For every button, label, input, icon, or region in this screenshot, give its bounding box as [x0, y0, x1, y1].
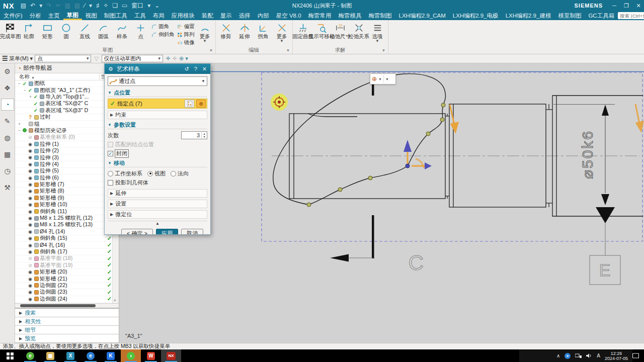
tree-expander-icon[interactable]: +: [28, 95, 33, 99]
specify-point-row[interactable]: ✓ 指定点 (7) ⊕: [108, 99, 207, 109]
eye-icon[interactable]: ◉: [27, 297, 33, 302]
taskbar-app-browser-e[interactable]: e: [80, 349, 101, 362]
tray-expand-icon[interactable]: ∧: [556, 353, 560, 358]
menu-tab-12[interactable]: 内部: [254, 11, 273, 20]
tree-row-30[interactable]: ◉边倒圆 (22)✓: [15, 283, 119, 289]
tree-row-29[interactable]: ◉矩形槽 (21)✓: [15, 276, 119, 282]
tree-row-21[interactable]: ◉M8 x 1.25 螺纹孔 (13)✓: [15, 222, 119, 228]
eye-off-icon[interactable]: ⊘: [27, 256, 33, 261]
tree-expander-icon[interactable]: −: [23, 88, 27, 93]
menu-tab-11[interactable]: 选择: [235, 11, 254, 20]
tree-row-28[interactable]: ◉矩形槽 (20)✓: [15, 269, 119, 276]
cancel-button[interactable]: 取消: [181, 229, 203, 234]
ribbon-button-fillet[interactable]: 圆角: [150, 23, 176, 31]
tree-row-14[interactable]: ◉拉伸 (6)✓: [15, 174, 119, 181]
sidebar-item-toolbox[interactable]: ⚒: [1, 182, 14, 194]
menu-tab-16[interactable]: 梅雷制图: [365, 11, 395, 20]
menu-button[interactable]: ☰ 菜单(M) ▾: [2, 55, 33, 62]
sidebar-item-settings[interactable]: ⚙: [1, 65, 14, 77]
taskbar-app-thunder[interactable]: X: [60, 349, 80, 362]
tree-expander-icon[interactable]: −: [17, 81, 22, 86]
tree-expander-icon[interactable]: −: [17, 128, 22, 133]
eye-icon[interactable]: ◉: [27, 236, 33, 241]
tree-row-22[interactable]: ◉Ø4 孔 (14)✓: [15, 229, 119, 235]
menu-tab-21[interactable]: GC工具箱: [585, 11, 618, 20]
tree-row-19[interactable]: ◉倒斜角 (11)✓: [15, 208, 119, 215]
tree-row-12[interactable]: ◉拉伸 (4)✓: [15, 161, 119, 168]
radio-icon[interactable]: [108, 171, 113, 176]
tree-row-7[interactable]: −模型历史记录✓: [15, 128, 119, 134]
radio-icon[interactable]: [171, 171, 176, 176]
tree-row-11[interactable]: ◉拉伸 (3)✓: [15, 154, 119, 161]
section-constraints[interactable]: ▶ 约束: [108, 111, 207, 119]
mic-icon[interactable]: ♯: [94, 2, 101, 9]
floating-snap-toolbar[interactable]: ⊕ ▼ ▼: [370, 73, 396, 84]
radio-icon[interactable]: [147, 171, 153, 176]
dialog-launcher-icon[interactable]: ▼: [209, 48, 213, 53]
tree-row-23[interactable]: ◉倒斜角 (15)✓: [15, 235, 119, 242]
navigator-section-0[interactable]: ▶搜索: [15, 309, 119, 317]
minimize-button[interactable]: ─: [609, 3, 620, 9]
ribbon-button-mirror[interactable]: 镜像: [176, 39, 196, 47]
ribbon-button-corner[interactable]: 拐角: [254, 21, 273, 39]
sidebar-item-browser[interactable]: ▦: [1, 148, 14, 160]
window-caret-icon[interactable]: ▾: [145, 2, 152, 9]
eye-icon[interactable]: ◉: [27, 175, 33, 180]
menu-tab-2[interactable]: 主页: [45, 11, 63, 20]
ribbon-button-circle[interactable]: 圆: [57, 21, 75, 39]
window-icon[interactable]: ▭: [120, 2, 129, 9]
tree-row-17[interactable]: ◉矩形槽 (9)✓: [15, 195, 119, 202]
menu-tab-6[interactable]: 工具: [131, 11, 149, 20]
ribbon-button-trim[interactable]: 修剪: [217, 21, 235, 39]
navigator-section-1[interactable]: ▶相关性: [15, 317, 119, 326]
spinner-arrows[interactable]: ▴▾: [201, 132, 207, 138]
ribbon-button-finish[interactable]: 完成草图: [1, 21, 20, 39]
tree-row-24[interactable]: ◉Ø4 孔 (16)✓: [15, 242, 119, 248]
dialog-section-0[interactable]: ▶延伸: [108, 189, 207, 198]
eye-icon[interactable]: ◉: [27, 249, 33, 254]
menu-tab-8[interactable]: 应用模块: [168, 11, 198, 20]
start-button[interactable]: [0, 349, 20, 362]
tree-row-1[interactable]: −✓图纸页 "A3_1" (工作)✓: [15, 87, 119, 94]
menu-tab-20[interactable]: 模至制图: [554, 11, 585, 20]
close-icon[interactable]: ✕: [201, 66, 208, 72]
closed-checkbox[interactable]: ✓: [108, 151, 113, 156]
eye-icon[interactable]: ◉: [27, 189, 33, 194]
window-label[interactable]: 窗口: [129, 2, 145, 9]
tree-horizontal-scrollbar[interactable]: [15, 303, 119, 308]
menu-tab-14[interactable]: 梅雷常用: [305, 11, 335, 20]
network-icon[interactable]: [575, 353, 582, 358]
tree-row-31[interactable]: ◉边倒圆 (23)✓: [15, 289, 119, 296]
menu-tab-17[interactable]: LXH编程2.9_CAM: [395, 11, 449, 20]
tree-row-4[interactable]: ✓表区域 "SX@3" D✓: [15, 108, 119, 114]
menu-tab-0[interactable]: 文件(F): [0, 11, 26, 20]
menu-tab-7[interactable]: 布局: [149, 11, 168, 20]
eye-icon[interactable]: ◉: [27, 216, 33, 221]
speaker-icon[interactable]: [586, 353, 592, 358]
scroll-down-icon[interactable]: ˅: [114, 298, 116, 303]
line-tool-icon[interactable]: ∕: [82, 2, 87, 9]
ribbon-button-arc[interactable]: 圆弧: [94, 21, 113, 39]
search-box[interactable]: [618, 12, 644, 19]
dialog-section-2[interactable]: ▶微定位: [108, 210, 207, 219]
eye-icon[interactable]: ◉: [27, 202, 33, 207]
ribbon-button-offset[interactable]: 偏置: [176, 23, 196, 31]
eye-off-icon[interactable]: ⊘: [27, 135, 33, 140]
dialog-launcher-icon[interactable]: ▼: [382, 48, 386, 53]
window-tile-icon[interactable]: ❏: [110, 2, 120, 9]
tree-row-9[interactable]: ◉拉伸 (1)✓: [15, 141, 119, 148]
tree-row-25[interactable]: ◉倒斜角 (17)✓: [15, 249, 119, 255]
sidebar-item-constraint-navigator[interactable]: ✎: [1, 115, 14, 127]
eye-icon[interactable]: ◉: [27, 196, 33, 201]
tree-row-15[interactable]: ◉矩形槽 (7)✓: [15, 182, 119, 188]
dialog-launcher-icon[interactable]: ▼: [286, 48, 290, 53]
dialog-collapse-button[interactable]: ▲: [108, 221, 207, 227]
menu-tab-5[interactable]: 制图工具: [101, 11, 131, 20]
ribbon-button-profile[interactable]: 轮廓: [20, 21, 38, 39]
closed-label[interactable]: 封闭: [115, 150, 128, 157]
tree-row-20[interactable]: ◉M8 x 1.25 螺纹孔 (12)✓: [15, 215, 119, 222]
degree-spinner[interactable]: 3 ▴▾: [181, 131, 207, 139]
taskbar-app-nx[interactable]: NX: [161, 349, 181, 362]
save-icon[interactable]: ▤: [19, 2, 28, 9]
eye-off-icon[interactable]: ⊘: [27, 263, 33, 268]
